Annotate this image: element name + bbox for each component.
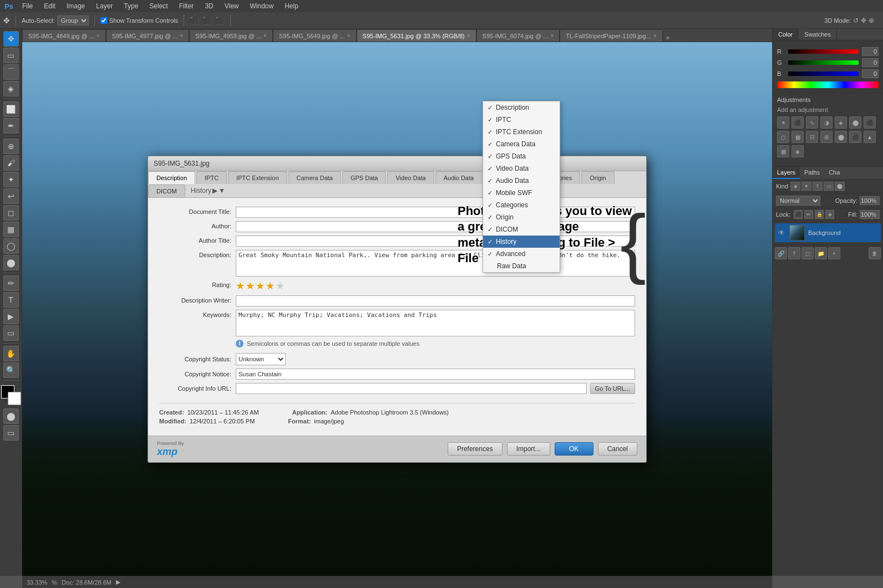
3d-pan-icon[interactable]: ✥ <box>861 17 866 24</box>
lasso-tool-btn[interactable]: ⌒ <box>3 64 19 80</box>
menu-filter[interactable]: Filter <box>177 1 196 11</box>
blur-tool-btn[interactable]: ◯ <box>3 238 19 254</box>
menu-window[interactable]: Window <box>248 1 276 11</box>
tab-img5631[interactable]: S95-IMG_5631.jpg @ 33.3% (RGB/8) × <box>357 29 476 42</box>
kind-adjustment-icon[interactable]: ✦ <box>801 182 811 191</box>
tab-close-4959[interactable]: × <box>263 33 267 39</box>
dropdown-advanced[interactable]: Advanced <box>483 248 560 260</box>
shape-tool-btn[interactable]: ▭ <box>3 325 19 341</box>
lock-fill-icon[interactable]: ◈ <box>825 210 834 219</box>
pen-tool-btn[interactable]: ✏ <box>3 275 19 291</box>
curves-adj-btn[interactable]: ∿ <box>806 116 818 129</box>
menu-layer[interactable]: Layer <box>94 1 115 11</box>
menu-select[interactable]: Select <box>147 1 170 11</box>
screen-mode-btn[interactable]: ▭ <box>3 425 19 441</box>
layer-background[interactable]: 👁 Background <box>775 223 881 242</box>
hand-tool-btn[interactable]: ✋ <box>3 346 19 361</box>
invert-adj-btn[interactable]: ⬤ <box>835 131 847 143</box>
copyright-status-select[interactable]: Unknown Copyrighted Public Domain <box>236 353 286 365</box>
tab-close-5649[interactable]: × <box>347 33 351 39</box>
show-transform-checkbox[interactable] <box>100 17 107 24</box>
dropdown-mobile-swf[interactable]: Mobile SWF <box>483 187 560 199</box>
brightness-adj-btn[interactable]: ☀ <box>777 116 789 129</box>
quick-mask-btn[interactable]: ⬤ <box>3 408 19 424</box>
crop-tool-btn[interactable]: ⬜ <box>3 101 19 117</box>
go-to-url-btn[interactable]: Go To URL... <box>590 383 635 394</box>
dropdown-history[interactable]: History <box>483 236 560 248</box>
eraser-tool-btn[interactable]: ◻ <box>3 205 19 221</box>
author-input[interactable] <box>236 221 635 232</box>
eyedropper-btn[interactable]: ✒ <box>3 118 19 134</box>
align-right-icon[interactable]: ⬛ <box>215 16 225 25</box>
star-4[interactable]: ★ <box>266 280 275 292</box>
doc-info-arrow[interactable]: ▶ <box>116 579 120 586</box>
dialog-tabs-more-btn[interactable]: History ▶ ▼ <box>186 184 230 197</box>
dialog-tab-video[interactable]: Video Data <box>387 171 434 184</box>
color-r-input[interactable] <box>862 47 879 56</box>
colorbalance-adj-btn[interactable]: ⬛ <box>864 116 876 129</box>
cancel-btn[interactable]: Cancel <box>598 442 637 456</box>
description-writer-input[interactable] <box>236 295 635 306</box>
path-select-btn[interactable]: ▶ <box>3 309 19 324</box>
auto-select-dropdown[interactable]: Group Layer <box>57 16 89 25</box>
dropdown-audio-data[interactable]: Audio Data <box>483 175 560 187</box>
tab-img5649[interactable]: S95-IMG_5649.jpg @ ... × <box>273 29 357 42</box>
align-left-icon[interactable]: ⬛ <box>190 16 199 25</box>
blend-mode-select[interactable]: Normal Multiply Screen <box>776 196 820 206</box>
vibrance-adj-btn[interactable]: ◈ <box>835 116 847 129</box>
star-1[interactable]: ★ <box>236 280 245 292</box>
preferences-btn[interactable]: Preferences <box>448 442 503 456</box>
link-layers-btn[interactable]: 🔗 <box>775 247 787 259</box>
menu-3d[interactable]: 3D <box>202 1 215 11</box>
swatches-tab[interactable]: Swatches <box>799 29 837 40</box>
history-tab-dropdown-arrow[interactable]: ▼ <box>219 187 225 195</box>
layer-eye-icon[interactable]: 👁 <box>777 228 786 237</box>
document-title-input[interactable] <box>236 207 635 218</box>
tab-fall-paper[interactable]: TL-FallStripedPaper-1109.jpg... × <box>560 29 662 42</box>
keywords-textarea[interactable]: Murphy; NC Murphy Trip; Vacations; Vacat… <box>236 310 635 336</box>
tab-img4977[interactable]: S95-IMG_4977.jpg @ ... × <box>106 29 190 42</box>
menu-file[interactable]: File <box>20 1 35 11</box>
levels-adj-btn[interactable]: ⬛ <box>791 116 804 129</box>
star-3[interactable]: ★ <box>256 280 265 292</box>
dialog-tab-gps[interactable]: GPS Data <box>342 171 387 184</box>
clone-tool-btn[interactable]: ✦ <box>3 172 19 187</box>
color-spectrum[interactable] <box>777 81 879 88</box>
dropdown-origin[interactable]: Origin <box>483 211 560 223</box>
dropdown-camera-data[interactable]: Camera Data <box>483 138 560 150</box>
kind-shape-icon[interactable]: ▭ <box>824 182 834 191</box>
dropdown-iptc[interactable]: IPTC <box>483 114 560 126</box>
exposure-adj-btn[interactable]: ◑ <box>820 116 833 129</box>
new-layer-btn[interactable]: + <box>828 247 840 259</box>
opacity-input[interactable] <box>860 196 880 205</box>
star-2[interactable]: ★ <box>246 280 255 292</box>
dialog-tab-iptc[interactable]: IPTC <box>196 171 227 184</box>
dialog-tab-iptc-ext[interactable]: IPTC Extension <box>228 171 287 184</box>
dropdown-video-data[interactable]: Video Data <box>483 162 560 175</box>
kind-pixel-icon[interactable]: ◈ <box>790 182 800 191</box>
tab-close-4849[interactable]: × <box>97 33 100 39</box>
dropdown-dicom[interactable]: DICOM <box>483 223 560 236</box>
lock-position-icon[interactable]: ✏ <box>804 210 813 219</box>
dodge-tool-btn[interactable]: ⬤ <box>3 255 19 270</box>
author-title-input[interactable] <box>236 236 635 247</box>
copyright-url-input[interactable] <box>236 383 587 394</box>
dropdown-iptc-ext[interactable]: IPTC Extension <box>483 126 560 138</box>
color-b-slider[interactable] <box>788 71 859 76</box>
dialog-tab-audio[interactable]: Audio Data <box>435 171 482 184</box>
tab-img4849[interactable]: S95-IMG_4849.jpg @ ... × <box>22 29 106 42</box>
color-r-slider[interactable] <box>788 49 859 54</box>
import-btn[interactable]: Import... <box>507 442 550 456</box>
background-color[interactable] <box>8 392 21 405</box>
layers-tab-layers[interactable]: Layers <box>773 167 800 179</box>
layer-mask-btn[interactable]: ◻ <box>801 247 814 259</box>
delete-layer-btn[interactable]: 🗑 <box>869 247 881 259</box>
tab-close-4977[interactable]: × <box>180 33 183 39</box>
tab-close-fall[interactable]: × <box>653 33 657 39</box>
ok-btn[interactable]: OK <box>555 442 593 456</box>
move-tool-btn[interactable]: ✥ <box>3 31 19 47</box>
3d-rotate-icon[interactable]: ↺ <box>853 17 859 24</box>
tab-close-6074[interactable]: × <box>550 33 554 39</box>
align-center-icon[interactable]: ⬛ <box>202 16 212 25</box>
color-tab[interactable]: Color <box>773 29 799 40</box>
